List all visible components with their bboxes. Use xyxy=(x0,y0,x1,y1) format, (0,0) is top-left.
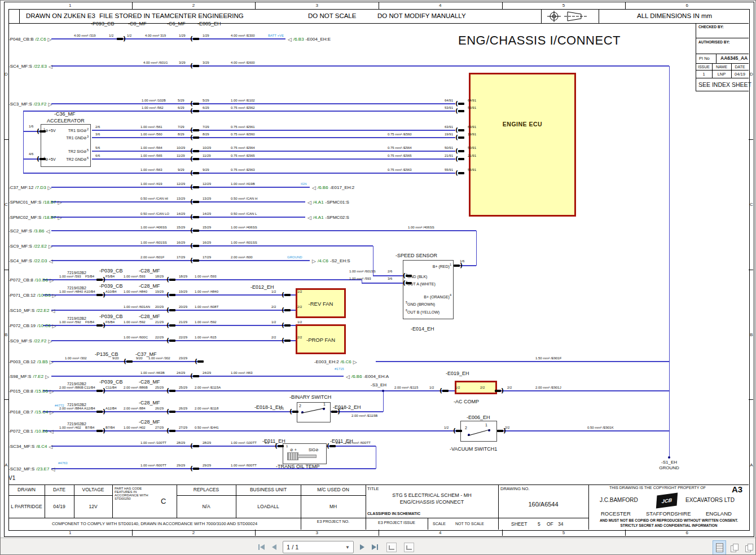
wire-label: 0.75 mm² /E563 xyxy=(388,168,412,172)
wire-segment xyxy=(51,217,305,217)
engine-ecu-box: ENGINE ECU xyxy=(469,73,576,217)
zone-label: 6 xyxy=(685,3,688,8)
drawn-label: DRAWN xyxy=(8,487,45,492)
zone-tick xyxy=(255,530,256,536)
wire-label: C11/B4 xyxy=(106,386,117,390)
zone-tick xyxy=(625,530,626,536)
wire-label: -C28_MF xyxy=(139,283,160,289)
first-page-button[interactable] xyxy=(257,543,266,551)
wire-label: 64/91 xyxy=(468,99,476,103)
binary-switch-left-designator: -E018-1_EH xyxy=(254,404,283,410)
page-dropdown-caret-icon: ▼ xyxy=(345,545,350,550)
wire-label: 1.00 mm² /402 xyxy=(59,426,81,430)
connector-icon: ( xyxy=(455,101,464,107)
wire-label: 4.00 mm² /E600 xyxy=(231,61,255,65)
previous-page-button[interactable] xyxy=(271,543,278,551)
wire-label: 10/29 xyxy=(203,146,211,150)
rotate-right-button[interactable] xyxy=(404,543,414,552)
two-page-icon xyxy=(745,544,753,552)
connector-icon: ) xyxy=(96,277,106,283)
jcb-logo-text: JCB xyxy=(661,497,672,504)
schematic-canvas: ENGINE ECU -C36_MF ACCELERATOR -SPEED SE… xyxy=(1,1,756,538)
connector-icon: ) xyxy=(117,36,126,42)
net-reference: -P072_CB:19/10.C6▷ xyxy=(8,323,56,328)
date-label-tb: DATE xyxy=(45,487,74,492)
wire-segment xyxy=(373,275,403,276)
wire-label: -C37_MF xyxy=(135,351,157,357)
wire-label: 2/2 xyxy=(480,386,485,390)
zone-label: 1 xyxy=(69,530,71,535)
wire-label: F6/B4 xyxy=(85,320,94,324)
component-pin-label: TR1 GND⊘3 xyxy=(66,135,89,140)
zone-tick xyxy=(749,270,753,270)
zone-label: C xyxy=(750,202,753,207)
sheet-format: A3 xyxy=(732,484,742,494)
component-pin-label: 5GND (BROWN) xyxy=(406,301,435,306)
titleblock-line xyxy=(8,484,749,485)
zone-label: D xyxy=(750,72,753,77)
wire-label: 14/29 xyxy=(203,212,211,216)
wire-segment xyxy=(383,391,384,412)
single-page-view-button[interactable] xyxy=(713,540,726,555)
header-do-not-modify: DO NOT MODIFY MANUALLY xyxy=(377,12,466,19)
pi-no-value: AA6345_AA xyxy=(720,55,748,61)
rev-fan-label: -REV FAN xyxy=(297,300,344,306)
wire-segment xyxy=(92,137,455,138)
rotate-left-button[interactable] xyxy=(386,543,397,552)
wire-label: C11/B4 xyxy=(84,386,95,390)
wire-label: -C28_MF xyxy=(139,400,160,406)
page-navigation: 1 / 1 ▼ xyxy=(257,541,414,553)
wire-label: 1/2 xyxy=(297,320,302,324)
e3-project-issue-label: E3 PROJECT ISSUE xyxy=(366,521,428,525)
wire-label: 1/2 xyxy=(109,34,113,38)
component-pin-label: TR1 SIG⊘2 xyxy=(68,127,89,133)
zone-tick xyxy=(4,270,8,270)
approval-line xyxy=(696,70,749,71)
page-number-value: 1 / 1 xyxy=(287,544,298,550)
connector-icon: ( xyxy=(190,127,199,133)
wire-label: 0.75 mm² /E565 xyxy=(231,154,255,158)
titleblock-line xyxy=(428,518,428,530)
wire-label: 0.75 mm² /E565 xyxy=(388,154,412,158)
engine-ecu-label: ENGINE ECU xyxy=(471,121,574,127)
wire-label: 22/29 xyxy=(179,336,187,340)
zone-label: 1 xyxy=(69,3,71,8)
wire-label: 1.00 mm² /601AN xyxy=(124,305,150,309)
replaces-label: REPLACES xyxy=(177,487,236,492)
wire-label: 1/2 xyxy=(429,386,434,390)
company-right: EXCAVATORS LTD xyxy=(685,497,735,503)
wire-segment xyxy=(51,187,310,187)
wire-label: -C28_MF xyxy=(139,379,160,385)
zone-tick xyxy=(379,530,379,536)
trans-oil-temp-plus: ⊘ + xyxy=(290,448,297,452)
pi-no-label: PI No xyxy=(699,56,710,61)
issue-label: ISSUE xyxy=(696,65,712,69)
wire-segment xyxy=(51,103,455,104)
page-number-input[interactable]: 1 / 1 ▼ xyxy=(283,541,354,553)
zone-label: 2 xyxy=(192,530,195,535)
wire-label: 2.00 mm² /884 xyxy=(124,407,146,411)
wire-label: 22/29 xyxy=(155,336,164,340)
connector-icon: ( xyxy=(282,338,291,343)
connector-icon: ( xyxy=(166,338,175,343)
wire-label: -C28_MF xyxy=(139,419,160,425)
wire-label: 17/29 xyxy=(177,256,185,259)
wire-label: -P093_CB xyxy=(91,21,115,27)
wire-segment xyxy=(51,468,376,469)
connector-icon: ( xyxy=(455,127,464,133)
next-page-button[interactable] xyxy=(359,543,366,551)
wire-label: 1.00 mm² /100TT xyxy=(140,441,166,445)
wire-label: 1.00 mm² /102B xyxy=(142,99,166,103)
header-divider xyxy=(599,9,599,23)
approval-line xyxy=(696,38,749,38)
two-page-view-button[interactable] xyxy=(742,540,755,555)
component-pin-label: B+ (ORANGE)4 xyxy=(424,293,451,298)
prop-fan-label: -PROP FAN xyxy=(297,336,344,342)
continuous-view-button[interactable] xyxy=(727,540,741,555)
net-reference: -SPMC01_MF:S/18.B7▷ xyxy=(8,200,61,205)
wire-label: 2.00 mm² /E115A xyxy=(195,386,221,390)
authorised-by-label: AUTHORISED BY: xyxy=(698,40,730,44)
net-reference: ◁/4.A1-SPMC02:S xyxy=(307,215,349,220)
last-page-button[interactable] xyxy=(371,543,379,551)
wire-label: 3/29 xyxy=(179,61,186,65)
